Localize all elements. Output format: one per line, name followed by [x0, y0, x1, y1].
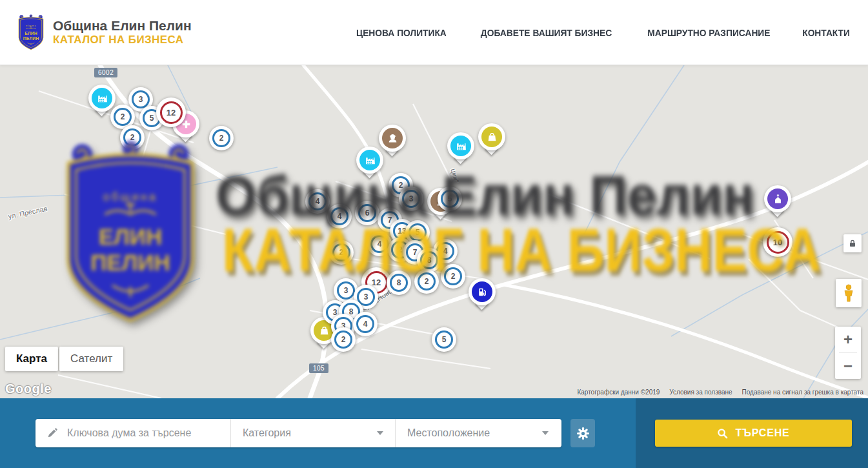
map-cluster-marker[interactable]: 8	[417, 248, 441, 272]
chevron-down-icon	[542, 431, 549, 435]
map-cluster-marker[interactable]: 2	[331, 327, 356, 352]
zoom-in-button[interactable]: +	[835, 327, 861, 352]
map-cluster-marker[interactable]: 12	[156, 97, 186, 127]
map-cluster-marker[interactable]: 8	[387, 270, 411, 295]
map-cluster-marker[interactable]: 3	[399, 187, 423, 211]
header: община ЕЛИН ПЕЛИН Община Елин Пелин КАТА…	[0, 0, 868, 65]
pegman-icon	[842, 284, 856, 302]
zoom-out-button[interactable]: −	[835, 353, 861, 379]
pencil-icon	[47, 427, 57, 439]
lock-icon	[848, 239, 857, 248]
map-cluster-marker[interactable]: 2	[329, 240, 354, 265]
map-cluster-marker[interactable]: 5	[438, 187, 462, 211]
map-type-map-button[interactable]: Карта	[5, 347, 58, 371]
site-subtitle: КАТАЛОГ НА БИЗНЕСА	[53, 34, 192, 46]
nav-item-pricing[interactable]: ЦЕНОВА ПОЛИТИКА	[356, 27, 447, 38]
nav-item-contacts[interactable]: КОНТАКТИ	[802, 27, 850, 38]
advanced-search-button[interactable]	[570, 419, 595, 447]
svg-text:община: община	[26, 25, 37, 27]
location-select-value: Местоположение	[407, 427, 490, 439]
map-zoom-control: + −	[835, 327, 861, 379]
search-button-label: ТЪРСЕНЕ	[735, 427, 789, 439]
attribution-terms-link[interactable]: Условия за ползване	[669, 389, 732, 396]
gear-icon	[576, 427, 590, 440]
map-cluster-marker[interactable]: 4	[327, 204, 352, 229]
map-lock-button[interactable]	[843, 234, 862, 252]
map-pin-church[interactable]	[764, 185, 791, 219]
map-type-control: Карта Сателит	[5, 347, 123, 371]
attribution-report-error-link[interactable]: Подаване на сигнал за грешка в картата	[742, 389, 863, 396]
map-cluster-marker[interactable]: 2	[209, 126, 234, 150]
map-cluster-marker[interactable]: 2	[120, 125, 145, 150]
category-select[interactable]: Категория	[231, 419, 396, 447]
map-cluster-marker[interactable]: 5	[432, 327, 456, 352]
svg-text:ПЕЛИН: ПЕЛИН	[23, 36, 39, 41]
map-type-satellite-button[interactable]: Сателит	[59, 347, 123, 371]
map-cluster-marker[interactable]: 6	[355, 201, 379, 225]
location-select[interactable]: Местоположение	[396, 419, 560, 447]
map-pin-gas[interactable]	[469, 278, 496, 312]
search-box: Категория Местоположение	[35, 419, 561, 447]
map-cluster-marker[interactable]: 4	[353, 312, 378, 336]
search-submit-button[interactable]: ТЪРСЕНЕ	[655, 420, 852, 447]
map-cluster-marker[interactable]: 4	[305, 189, 330, 214]
category-select-value: Категория	[243, 427, 291, 439]
svg-text:ЕЛИН: ЕЛИН	[25, 31, 37, 36]
street-view-pegman-button[interactable]	[836, 279, 862, 307]
map-attribution: Картографски данни ©2019 Условия за полз…	[577, 389, 863, 396]
map-cluster-marker[interactable]: 2	[414, 269, 439, 294]
keyword-search-input[interactable]	[66, 427, 221, 440]
municipality-shield-logo: община ЕЛИН ПЕЛИН	[16, 14, 46, 51]
chevron-down-icon	[377, 431, 383, 435]
brand[interactable]: община ЕЛИН ПЕЛИН Община Елин Пелин КАТА…	[16, 14, 192, 51]
attribution-copyright: Картографски данни ©2019	[577, 389, 660, 396]
main-nav: ЦЕНОВА ПОЛИТИКА ДОБАВЕТЕ ВАШИЯТ БИЗНЕС М…	[352, 27, 852, 38]
map[interactable]: 6002105ул. Преславбул. „Новоселции“ 3251…	[0, 65, 868, 398]
map-pin-factory[interactable]	[356, 147, 383, 180]
map-pin-bag[interactable]	[478, 123, 505, 157]
google-logo[interactable]: Google	[5, 382, 52, 396]
map-cluster-marker[interactable]: 2	[441, 264, 465, 289]
keyword-field-wrap	[35, 419, 231, 447]
search-icon	[717, 428, 728, 439]
nav-item-add-business[interactable]: ДОБАВЕТЕ ВАШИЯТ БИЗНЕС	[481, 27, 612, 38]
nav-item-schedule[interactable]: МАРШРУТНО РАЗПИСАНИЕ	[647, 27, 770, 38]
map-markers-layer: 32512224235467135242748221283338342510	[0, 65, 868, 398]
search-bar: Категория Местоположение ТЪРСЕНЕ	[0, 398, 868, 468]
map-cluster-marker[interactable]: 10	[763, 227, 792, 257]
site-title: Община Елин Пелин	[53, 18, 192, 34]
map-pin-factory[interactable]	[447, 132, 474, 166]
